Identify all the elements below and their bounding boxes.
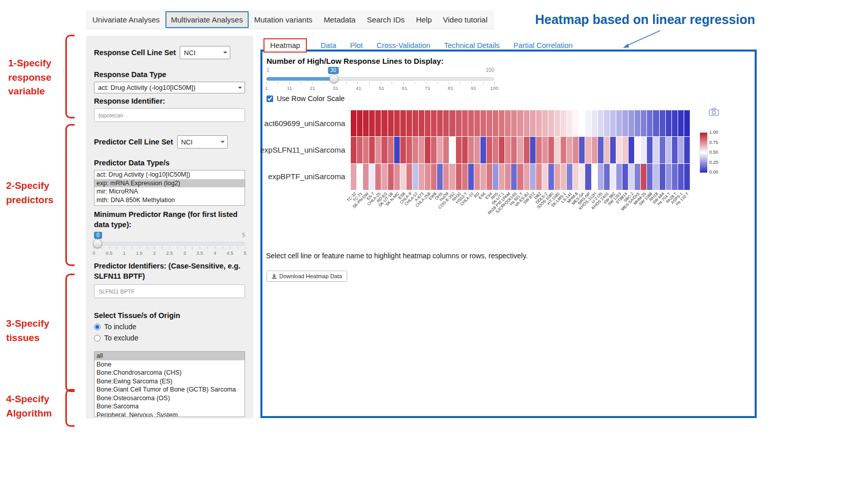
heatmap-cell[interactable]	[567, 110, 572, 136]
heatmap-cell[interactable]	[480, 110, 486, 136]
slider-handle[interactable]	[93, 239, 102, 248]
list-option-bone-ewing-sarcoma-es[interactable]: Bone:Ewing Sarcoma (ES)	[94, 377, 245, 386]
heatmap-cell[interactable]	[425, 110, 430, 136]
heatmap-cell[interactable]	[647, 110, 653, 136]
heatmap-cell[interactable]	[684, 110, 690, 136]
heatmap-cell[interactable]	[449, 110, 455, 136]
heatmap-cell[interactable]	[388, 164, 394, 190]
heatmap-cell[interactable]	[585, 164, 591, 190]
heatmap-cell[interactable]	[363, 137, 369, 163]
heatmap-cell[interactable]	[598, 110, 604, 136]
heatmap-cell[interactable]	[474, 164, 480, 190]
nav-item-univariate-analyses[interactable]: Univariate Analyses	[87, 11, 165, 28]
heatmap-cell[interactable]	[530, 137, 536, 163]
heatmap-cell[interactable]	[375, 137, 381, 163]
heatmap-cell[interactable]	[413, 137, 418, 163]
heatmap-cell[interactable]	[672, 164, 678, 190]
heatmap-cell[interactable]	[400, 164, 406, 190]
heatmap-cell[interactable]	[351, 137, 356, 163]
heatmap-cell[interactable]	[524, 110, 529, 136]
heatmap-cell[interactable]	[567, 137, 572, 163]
heatmap-cell[interactable]	[351, 164, 356, 190]
heatmap-cell[interactable]	[592, 137, 597, 163]
heatmap-cell[interactable]	[351, 110, 356, 136]
heatmap-cell[interactable]	[499, 137, 504, 163]
heatmap-cell[interactable]	[394, 164, 400, 190]
heatmap-cell[interactable]	[524, 137, 529, 163]
heatmap-cell[interactable]	[548, 137, 554, 163]
heatmap-cell[interactable]	[635, 164, 640, 190]
nav-item-metadata[interactable]: Metadata	[318, 11, 361, 28]
heatmap-cell[interactable]	[592, 110, 597, 136]
heatmap-cell[interactable]	[610, 137, 616, 163]
tab-heatmap[interactable]: Heatmap	[263, 38, 307, 53]
list-option-mir-microrna[interactable]: mir: MicroRNA	[94, 187, 245, 196]
heatmap-cell[interactable]	[375, 164, 381, 190]
heatmap-cell[interactable]	[567, 164, 572, 190]
heatmap-cell[interactable]	[517, 110, 523, 136]
heatmap-cell[interactable]	[548, 110, 554, 136]
heatmap-cell[interactable]	[388, 110, 394, 136]
heatmap-cell[interactable]	[616, 164, 622, 190]
tissue-exclude-radio[interactable]	[94, 335, 101, 341]
heatmap-cell[interactable]	[369, 164, 375, 190]
heatmap-cell[interactable]	[456, 110, 462, 136]
heatmap-cell[interactable]	[629, 137, 634, 163]
heatmap-cell[interactable]	[413, 110, 418, 136]
heatmap-cell[interactable]	[678, 110, 684, 136]
list-option-bone-osteosarcoma-os[interactable]: Bone:Osteosarcoma (OS)	[94, 394, 245, 403]
heatmap-cell[interactable]	[468, 110, 474, 136]
list-option-all[interactable]: all	[94, 352, 245, 360]
heatmap-cell[interactable]	[474, 137, 480, 163]
heatmap-cell[interactable]	[443, 110, 449, 136]
heatmap-cell[interactable]	[462, 164, 468, 190]
heatmap-cell[interactable]	[536, 137, 542, 163]
heatmap-cell[interactable]	[517, 164, 523, 190]
list-option-act-drug-activity-log10-ic50m[interactable]: act: Drug Activity (-log10[IC50M])	[94, 170, 245, 179]
heatmap-cell[interactable]	[375, 110, 381, 136]
heatmap-row-label[interactable]: expBPTF_uniSarcoma	[268, 172, 345, 181]
heatmap-cell[interactable]	[511, 137, 517, 163]
heatmap-cell[interactable]	[530, 110, 536, 136]
heatmap-cell[interactable]	[610, 164, 616, 190]
heatmap-cell[interactable]	[431, 110, 437, 136]
heatmap-cell[interactable]	[437, 164, 443, 190]
heatmap-cell[interactable]	[585, 137, 591, 163]
list-option-bone-giant-cell-tumor-of-bone-gctb-sarcoma[interactable]: Bone:Giant Cell Tumor of Bone (GCTB) Sar…	[94, 385, 245, 394]
heatmap-cell[interactable]	[425, 164, 430, 190]
heatmap-cell[interactable]	[573, 110, 578, 136]
heatmap-cell[interactable]	[480, 164, 486, 190]
heatmap-cell[interactable]	[561, 137, 566, 163]
heatmap-cell[interactable]	[666, 164, 671, 190]
row-color-scale-option[interactable]: Use Row Color Scale	[267, 94, 345, 103]
heatmap-cell[interactable]	[653, 110, 659, 136]
heatmap-cell[interactable]	[678, 137, 684, 163]
heatmap-cell[interactable]	[400, 137, 406, 163]
heatmap-cell[interactable]	[678, 164, 684, 190]
response-cell-line-set-select[interactable]: NCI	[180, 46, 230, 59]
heatmap-cell[interactable]	[493, 137, 498, 163]
heatmap-cell[interactable]	[536, 164, 542, 190]
heatmap-cell[interactable]	[474, 110, 480, 136]
response-identifier-input[interactable]	[94, 108, 245, 122]
list-option-bone-sarcoma[interactable]: Bone:Sarcoma	[94, 402, 245, 411]
tab-plot[interactable]: Plot	[350, 41, 363, 50]
heatmap-cell[interactable]	[357, 137, 363, 163]
heatmap-cell[interactable]	[400, 110, 406, 136]
heatmap-cell[interactable]	[666, 110, 671, 136]
heatmap-cell[interactable]	[505, 164, 511, 190]
tab-cross-validation[interactable]: Cross-Validation	[376, 41, 430, 50]
heatmap-cell[interactable]	[604, 137, 610, 163]
heatmap-cell[interactable]	[419, 137, 424, 163]
camera-icon[interactable]	[709, 108, 719, 116]
heatmap-cell[interactable]	[381, 110, 387, 136]
heatmap-cell[interactable]	[487, 137, 492, 163]
heatmap-cell[interactable]	[622, 137, 628, 163]
heatmap-cell[interactable]	[616, 137, 622, 163]
heatmap-cell[interactable]	[437, 110, 443, 136]
heatmap-cell[interactable]	[573, 164, 578, 190]
heatmap-cell[interactable]	[641, 137, 646, 163]
heatmap-cell[interactable]	[456, 164, 462, 190]
heatmap-cell[interactable]	[585, 110, 591, 136]
heatmap-cell[interactable]	[542, 164, 548, 190]
